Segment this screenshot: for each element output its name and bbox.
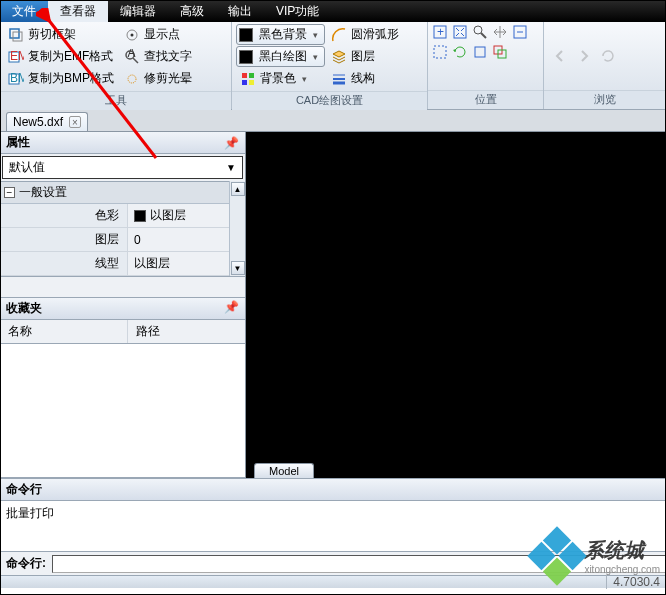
svg-text:A: A [128,49,136,60]
copy-bmp-label: 复制为BMP格式 [28,70,114,87]
black-bg-label: 黑色背景 [259,26,307,43]
svg-line-23 [481,33,486,38]
group-cad-label: CAD绘图设置 [232,91,427,110]
find-text-button[interactable]: A查找文字 [120,46,196,67]
select-icon[interactable] [492,44,508,60]
rotate-icon[interactable] [452,44,468,60]
section-label: 一般设置 [19,184,67,201]
svg-rect-14 [242,80,247,85]
smooth-arc-button[interactable]: 圆滑弧形 [327,24,403,45]
document-tab[interactable]: New5.dxf × [6,112,88,131]
ribbon-group-tools: 剪切框架 EMF复制为EMF格式 BMP复制为BMP格式 显示点 A查找文字 修… [0,22,232,109]
lineweight-button[interactable]: 线构 [327,68,403,89]
copy-bmp-button[interactable]: BMP复制为BMP格式 [4,68,118,89]
copy-emf-button[interactable]: EMF复制为EMF格式 [4,46,118,67]
menu-viewer[interactable]: 查看器 [48,0,108,22]
arc-icon [331,27,347,43]
nav-prev-icon[interactable] [552,48,568,64]
layer-icon [331,49,347,65]
scrollbar[interactable]: ▲ ▼ [229,181,245,276]
svg-rect-0 [10,29,19,38]
lineweight-label: 线构 [351,70,375,87]
svg-rect-26 [434,46,446,58]
zoom-out-icon[interactable] [512,24,528,40]
group-position-label: 位置 [428,90,543,109]
document-tab-label: New5.dxf [13,115,63,129]
ribbon-group-cad: 黑色背景▾ 黑白绘图▾ 背景色▾ 圆滑弧形 图层 线构 CAD绘图设置 [232,22,428,109]
menu-output[interactable]: 输出 [216,0,264,22]
trim-glow-button[interactable]: 修剪光晕 [120,68,196,89]
watermark-url: xitongcheng.com [584,564,660,575]
selection-combo[interactable]: 默认值 ▼ [2,156,243,179]
bg-color-button[interactable]: 背景色▾ [236,68,325,89]
prop-key: 线型 [0,252,128,275]
points-icon [124,27,140,43]
show-points-label: 显示点 [144,26,180,43]
dropdown-icon: ▾ [313,52,318,62]
svg-rect-1 [13,32,22,41]
prop-value: 0 [134,233,141,247]
menu-editor[interactable]: 编辑器 [108,0,168,22]
pin-icon[interactable]: 📌 [224,136,239,150]
zoom-window-icon[interactable] [432,44,448,60]
ribbon: 剪切框架 EMF复制为EMF格式 BMP复制为BMP格式 显示点 A查找文字 修… [0,22,666,110]
dropdown-icon: ▾ [302,74,307,84]
watermark-logo-icon [528,526,587,585]
menu-vip[interactable]: VIP功能 [264,0,331,22]
zoom-extents-icon[interactable] [452,24,468,40]
prop-section[interactable]: −一般设置 [0,182,229,204]
collapse-icon[interactable]: − [4,187,15,198]
prop-row-linetype[interactable]: 线型以图层 [0,252,229,276]
glow-icon [124,71,140,87]
ribbon-group-browse: 浏览 [544,22,666,109]
favorites-columns: 名称 路径 [0,320,245,344]
cut-frame-button[interactable]: 剪切框架 [4,24,118,45]
prop-row-color[interactable]: 色彩以图层 [0,204,229,228]
prop-value: 以图层 [150,207,186,224]
fit-icon[interactable] [472,44,488,60]
chevron-down-icon: ▼ [226,162,236,173]
drawing-canvas[interactable]: Model [246,132,666,478]
find-icon: A [124,49,140,65]
nav-next-icon[interactable] [576,48,592,64]
command-prompt: 命令行: [0,552,52,575]
svg-text:+: + [437,25,444,39]
favorites-list[interactable] [0,344,245,478]
zoom-in-icon[interactable]: + [432,24,448,40]
command-header: 命令行 [0,478,666,501]
document-tab-strip: New5.dxf × [0,110,666,132]
pan-icon[interactable] [492,24,508,40]
prop-row-layer[interactable]: 图层0 [0,228,229,252]
pin-icon[interactable]: 📌 [224,300,239,317]
prop-key: 色彩 [0,204,128,227]
refresh-icon[interactable] [600,48,616,64]
bw-draw-button[interactable]: 黑白绘图▾ [236,46,325,67]
magnify-icon[interactable] [472,24,488,40]
layers-button[interactable]: 图层 [327,46,403,67]
menu-advanced[interactable]: 高级 [168,0,216,22]
show-points-button[interactable]: 显示点 [120,24,196,45]
close-tab-button[interactable]: × [69,116,81,128]
prop-key: 图层 [0,228,128,251]
trim-glow-label: 修剪光晕 [144,70,192,87]
prop-value: 以图层 [134,255,170,272]
scroll-down-icon[interactable]: ▼ [231,261,245,275]
ribbon-group-position: + 位置 [428,22,544,109]
group-tools-label: 工具 [0,91,231,110]
svg-rect-12 [242,73,247,78]
svg-rect-15 [249,80,254,85]
bg-color-label: 背景色 [260,70,296,87]
scroll-up-icon[interactable]: ▲ [231,182,245,196]
svg-point-7 [131,33,134,36]
favorites-header: 收藏夹 📌 [0,297,245,320]
menu-bar: 文件 查看器 编辑器 高级 输出 VIP功能 [0,0,666,22]
menu-file[interactable]: 文件 [0,0,48,22]
watermark-brand: 系统城 [584,539,644,561]
palette-icon [240,71,256,87]
group-browse-label: 浏览 [544,90,665,109]
status-coords: 4.7030.4 [606,575,660,589]
svg-text:BMP: BMP [10,71,24,85]
model-tab[interactable]: Model [254,463,314,478]
combo-value: 默认值 [9,159,45,176]
black-bg-button[interactable]: 黑色背景▾ [236,24,325,45]
